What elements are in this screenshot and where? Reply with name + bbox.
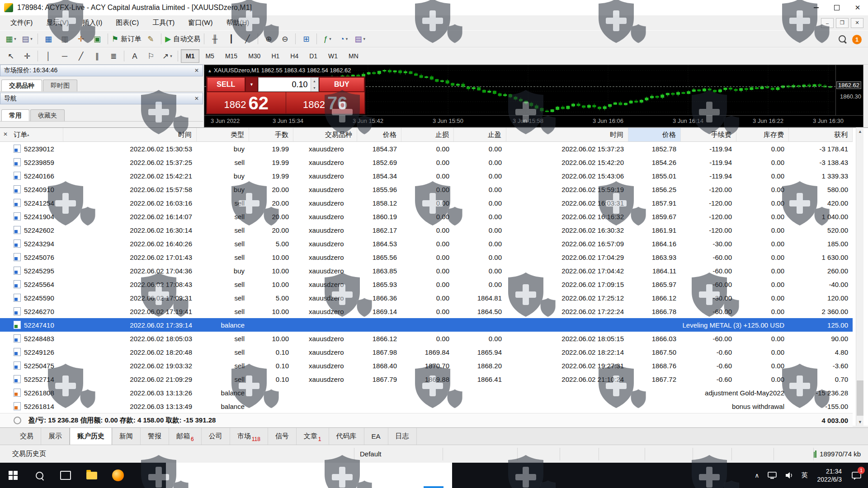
timeframe-D1[interactable]: D1 [304, 49, 322, 63]
tab-experts[interactable]: EA [364, 428, 388, 445]
menu-item-5[interactable]: 窗口(W) [181, 15, 219, 30]
cursor-tool[interactable]: ↖ [3, 49, 19, 63]
timeframe-M5[interactable]: M5 [200, 49, 219, 63]
history-row-52245295[interactable]: 522452952022.06.02 17:04:36buy10.00xauus… [0, 264, 853, 277]
price-scale[interactable]: 1862.62 1860.30 [835, 65, 863, 116]
zoom-out-button[interactable]: ⊖ [277, 32, 293, 46]
volume-up-icon[interactable]: ▲ [311, 78, 318, 84]
navigator-tab-收藏夹[interactable]: 收藏夹 [30, 109, 65, 121]
mdi-minimize-button[interactable]: – [821, 18, 834, 28]
column-header-6[interactable]: 止损 [401, 128, 454, 141]
label-tool[interactable]: ⚐ [143, 49, 159, 63]
history-row-52245564[interactable]: 522455642022.06.02 17:08:43sell10.00xauu… [0, 277, 853, 291]
network-icon[interactable] [764, 463, 781, 488]
tab-signals[interactable]: 信号 [268, 428, 297, 445]
bar-chart-button[interactable]: ╫ [207, 32, 223, 46]
fibonacci-tool[interactable]: ≣ [105, 49, 122, 63]
notifications-badge[interactable]: 1 [852, 35, 862, 44]
buy-button[interactable]: BUY [319, 77, 364, 92]
profiles-button[interactable]: ▤▾ [19, 32, 35, 46]
foreground-window[interactable] [166, 463, 452, 488]
history-row-52247410[interactable]: 522474102022.06.02 17:39:14balanceLeveli… [0, 318, 853, 332]
column-header-1[interactable]: 时间 [63, 128, 197, 141]
mdi-close-button[interactable]: ✕ [851, 18, 863, 28]
scroll-down-icon[interactable]: ▼ [856, 418, 864, 426]
history-row-52245590[interactable]: 522455902022.06.02 17:09:31sell5.00xauus… [0, 291, 853, 305]
tab-trade[interactable]: 交易 [13, 428, 41, 445]
chart-window[interactable]: ▲XAUUSDzero,M1 1862.55 1863.43 1862.54 1… [204, 65, 863, 127]
tab-market[interactable]: 市场118 [230, 428, 268, 445]
maximize-button[interactable] [826, 0, 847, 15]
market-watch-tab-即时图[interactable]: 即时图 [43, 80, 77, 91]
close-history-button[interactable]: ✕ [3, 131, 8, 137]
status-profile[interactable]: Default [354, 448, 443, 460]
column-header-4[interactable]: 交易品种 [293, 128, 357, 141]
tab-mailbox[interactable]: 邮箱6 [169, 428, 202, 445]
scroll-thumb[interactable] [857, 380, 863, 416]
taskbar-clock[interactable]: 21:34 2022/6/3 [812, 467, 848, 483]
text-tool[interactable]: A [127, 49, 143, 63]
column-header-3[interactable]: 手数 [249, 128, 293, 141]
history-row-52245076[interactable]: 522450762022.06.02 17:01:43sell10.00xauu… [0, 250, 853, 264]
column-header-9[interactable]: 价格 [628, 128, 681, 141]
indicators-button[interactable]: ƒ▾ [319, 32, 335, 46]
data-window-button[interactable]: ▥ [57, 32, 73, 46]
volume-input[interactable] [259, 78, 310, 91]
column-header-8[interactable]: 时间 [506, 128, 628, 141]
history-row-52239859[interactable]: 522398592022.06.02 15:37:25sell19.99xauu… [0, 155, 853, 169]
timeframe-MN[interactable]: MN [344, 49, 363, 63]
timeframe-M1[interactable]: M1 [181, 49, 199, 63]
shapes-dropdown[interactable]: ↗▾ [159, 49, 175, 63]
column-header-10[interactable]: 手续费 [681, 128, 736, 141]
firefox-icon[interactable] [105, 463, 131, 488]
column-header-0[interactable]: ✕订单 ▴ [0, 128, 63, 141]
history-row-52252714[interactable]: 522527142022.06.02 21:09:29sell0.10xauus… [0, 372, 853, 386]
vertical-line-tool[interactable]: │ [40, 49, 57, 63]
periods-button[interactable]: ◔▾ [335, 32, 352, 46]
terminal-button[interactable]: ▣ [89, 32, 105, 46]
task-view-icon[interactable] [52, 463, 79, 488]
channel-tool[interactable]: ∥ [89, 49, 105, 63]
buy-price[interactable]: 1862 76 [286, 92, 365, 113]
action-center-icon[interactable]: 1 [847, 463, 868, 488]
menu-item-4[interactable]: 工具(T) [146, 15, 181, 30]
menu-item-2[interactable]: 插入(I) [75, 15, 109, 30]
volume-down-icon[interactable]: ▼ [311, 84, 318, 91]
history-scrollbar[interactable]: ▲ ▼ [856, 127, 863, 426]
navigator-button[interactable]: ✛ [73, 32, 89, 46]
sell-button[interactable]: SELL [207, 77, 245, 92]
autotrading-button[interactable]: ▶自动交易 [164, 32, 202, 46]
history-row-52241254[interactable]: 522412542022.06.02 16:03:16sell20.00xauu… [0, 196, 853, 210]
history-row-52261808[interactable]: 522618082022.06.03 13:13:26balanceadjust… [0, 386, 853, 399]
candlestick-button[interactable]: ┃ [223, 32, 239, 46]
column-header-12[interactable]: 获利 [789, 128, 853, 141]
history-row-52243294[interactable]: 522432942022.06.02 16:40:26sell5.00xauus… [0, 237, 853, 250]
history-row-52240166[interactable]: 522401662022.06.02 15:42:21buy19.99xauus… [0, 169, 853, 183]
market-watch-tab-交易品种[interactable]: 交易品种 [1, 80, 42, 91]
timeframe-M30[interactable]: M30 [243, 49, 265, 63]
trendline-tool[interactable]: ╱ [73, 49, 89, 63]
column-header-11[interactable]: 库存费 [736, 128, 789, 141]
crosshair-tool[interactable]: ✛ [19, 49, 35, 63]
history-row-52261814[interactable]: 522618142022.06.03 13:13:49balancebonus … [0, 399, 853, 413]
tile-windows-button[interactable]: ⊞ [298, 32, 314, 46]
scroll-up-icon[interactable]: ▲ [856, 127, 864, 135]
search-icon[interactable] [839, 35, 846, 44]
column-header-2[interactable]: 类型 [197, 128, 249, 141]
tab-company[interactable]: 公司 [202, 428, 230, 445]
zoom-in-button[interactable]: ⊕ [260, 32, 277, 46]
tab-alerts[interactable]: 警报 [141, 428, 169, 445]
history-row-52242602[interactable]: 522426022022.06.02 16:30:14sell20.00xauu… [0, 223, 853, 237]
ime-indicator[interactable]: 英 [797, 463, 812, 488]
tab-exposure[interactable]: 展示 [41, 428, 70, 445]
metaeditor-button[interactable]: ✎ [142, 32, 159, 46]
new-chart-button[interactable]: ▦▾ [3, 32, 19, 46]
horizontal-line-tool[interactable]: ─ [57, 49, 73, 63]
timeframe-M15[interactable]: M15 [220, 49, 242, 63]
close-button[interactable]: ✕ [847, 0, 868, 15]
minimize-button[interactable] [806, 0, 826, 15]
taskbar-search-icon[interactable] [26, 463, 52, 488]
menu-item-6[interactable]: 帮助(H) [219, 15, 256, 30]
market-watch-button[interactable]: ▦ [40, 32, 57, 46]
timeframe-H1[interactable]: H1 [266, 49, 284, 63]
